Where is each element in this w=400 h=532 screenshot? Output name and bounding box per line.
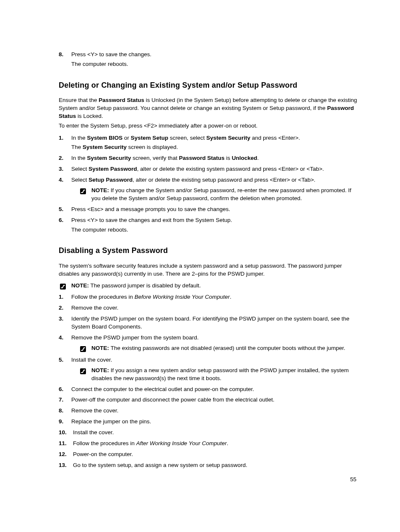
step-item: Connect the computer to the electrical o… xyxy=(59,386,358,394)
section2-steps: Follow the procedures in Before Working … xyxy=(59,293,358,469)
section-heading: Deleting or Changing an Existing System … xyxy=(59,80,358,91)
step-text: Power-off the computer and disconnect th… xyxy=(71,396,275,403)
note-text: NOTE: The existing passwords are not dis… xyxy=(91,344,358,352)
note-body: If you assign a new system and/or setup … xyxy=(91,367,349,381)
step-text: Press <Y> to save the changes. xyxy=(71,51,151,57)
section-heading: Disabling a System Password xyxy=(59,245,358,256)
section1-steps: In the System BIOS or System Setup scree… xyxy=(59,134,358,234)
note-icon xyxy=(79,187,87,196)
note-block: NOTE: If you assign a new system and/or … xyxy=(71,367,358,383)
step-text: Install the cover. xyxy=(71,357,112,363)
step-item: Replace the jumper on the pins. xyxy=(59,418,358,426)
note-icon xyxy=(59,282,67,291)
step-text: Select Setup Password, alter or delete t… xyxy=(71,177,315,183)
step-item: Remove the cover. xyxy=(59,304,358,312)
step-text: Remove the cover. xyxy=(71,305,119,311)
step-item: Select Setup Password, alter or delete t… xyxy=(59,176,358,203)
note-body: The existing passwords are not disabled … xyxy=(111,345,345,351)
step-text: Power-on the computer. xyxy=(73,451,133,457)
note-body: The password jumper is disabled by defau… xyxy=(91,282,201,289)
step-text: Follow the procedures in After Working I… xyxy=(73,440,228,446)
note-text: NOTE: If you change the System and/or Se… xyxy=(91,187,358,203)
intro-paragraph-2: To enter the System Setup, press <F2> im… xyxy=(59,122,358,130)
note-block: NOTE: The password jumper is disabled by… xyxy=(59,282,358,291)
step-item: Identify the PSWD jumper on the system b… xyxy=(59,315,358,331)
step-text: Connect the computer to the electrical o… xyxy=(71,386,254,392)
step-text: In the System Security screen, verify th… xyxy=(71,155,259,161)
step-item: Install the cover. xyxy=(59,429,358,437)
step-item: Power-on the computer. xyxy=(59,451,358,459)
step-item: In the System BIOS or System Setup scree… xyxy=(59,134,358,152)
step-item: Install the cover.NOTE: If you assign a … xyxy=(59,356,358,383)
step-text: Select System Password, alter or delete … xyxy=(71,166,324,172)
step-text: Follow the procedures in Before Working … xyxy=(71,294,231,300)
note-body: If you change the System and/or Setup pa… xyxy=(91,187,351,201)
step-text: Press <Esc> and a message prompts you to… xyxy=(71,206,230,212)
step-text: Replace the jumper on the pins. xyxy=(71,418,151,425)
step-item: Select System Password, alter or delete … xyxy=(59,165,358,173)
step-text: In the System BIOS or System Setup scree… xyxy=(71,135,300,141)
note-icon xyxy=(79,345,87,353)
prev-page-steps-tail: Press <Y> to save the changes. The compu… xyxy=(59,51,358,68)
intro-paragraph: Ensure that the Password Status is Unloc… xyxy=(59,96,358,120)
step-text: Go to the system setup, and assign a new… xyxy=(73,462,247,468)
section-intro: The system's software security features … xyxy=(59,262,358,278)
step-item: Power-off the computer and disconnect th… xyxy=(59,396,358,404)
step-item: Press <Esc> and a message prompts you to… xyxy=(59,206,358,214)
step-item: In the System Security screen, verify th… xyxy=(59,154,358,162)
note-label: NOTE: xyxy=(91,345,111,351)
step-text: Remove the PSWD jumper from the system b… xyxy=(71,334,199,341)
step-item: Remove the cover. xyxy=(59,407,358,415)
step-item: Go to the system setup, and assign a new… xyxy=(59,462,358,469)
note-label: NOTE: xyxy=(91,187,111,193)
page-number: 55 xyxy=(350,476,356,484)
note-block: NOTE: If you change the System and/or Se… xyxy=(71,187,358,203)
section-intro: Ensure that the Password Status is Unloc… xyxy=(59,96,358,130)
note-icon xyxy=(79,367,87,376)
step-text: Press <Y> to save the changes and exit f… xyxy=(71,217,232,223)
note-block: NOTE: The existing passwords are not dis… xyxy=(71,344,358,353)
step-subtext: The System Security screen is displayed. xyxy=(71,143,358,151)
step-text: Identify the PSWD jumper on the system b… xyxy=(71,316,349,330)
note-label: NOTE: xyxy=(91,367,111,373)
note-text: NOTE: If you assign a new system and/or … xyxy=(91,367,358,383)
step-text: Remove the cover. xyxy=(71,407,119,414)
step-subtext: The computer reboots. xyxy=(71,60,358,68)
document-page: Press <Y> to save the changes. The compu… xyxy=(0,0,400,532)
step-item: Follow the procedures in After Working I… xyxy=(59,440,358,448)
step-item: Remove the PSWD jumper from the system b… xyxy=(59,334,358,353)
step-subtext: The computer reboots. xyxy=(71,226,358,234)
note-text: NOTE: The password jumper is disabled by… xyxy=(71,282,358,290)
step-item: Press <Y> to save the changes and exit f… xyxy=(59,216,358,234)
step-text: Install the cover. xyxy=(73,429,114,436)
step-item: Follow the procedures in Before Working … xyxy=(59,293,358,301)
step-item: Press <Y> to save the changes. The compu… xyxy=(59,51,358,68)
note-label: NOTE: xyxy=(71,282,89,289)
